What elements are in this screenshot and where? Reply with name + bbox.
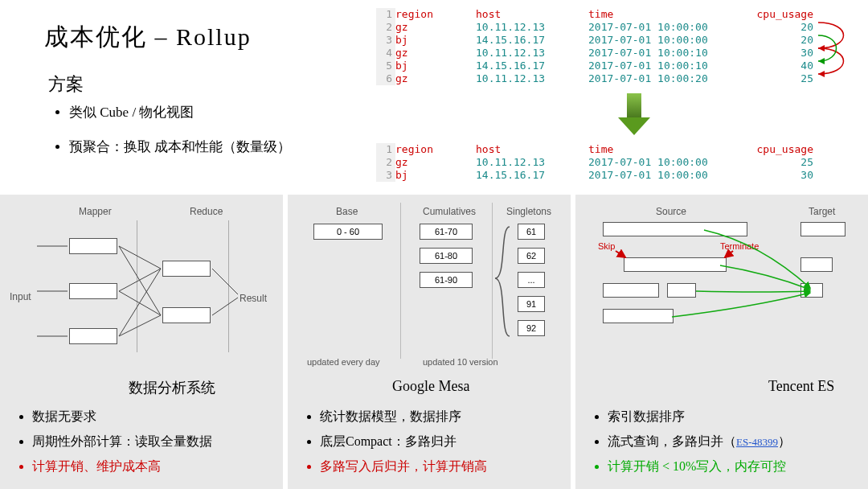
label-result: Result — [240, 293, 267, 304]
label-mapper: Mapper — [79, 206, 112, 217]
bullet-item: 多路写入后归并，计算开销高 — [320, 458, 563, 475]
label-base: Base — [336, 206, 358, 217]
panel-bullets: 统计数据模型，数据排序 底层Compact：多路归并 多路写入后归并，计算开销高 — [301, 409, 563, 483]
svg-line-12 — [212, 269, 238, 294]
svg-line-7 — [119, 246, 161, 315]
bullet-item: 流式查询，多路归并（ES-48399） — [608, 434, 860, 450]
top-bullets: 类似 Cube / 物化视图 预聚合：换取 成本和性能（数量级） — [55, 103, 291, 172]
data-table-after: 1regionhosttimecpu_usage 2gz10.11.12.132… — [376, 143, 813, 182]
panel-bullets: 数据无要求 周期性外部计算：读取全量数据 计算开销、维护成本高 — [13, 409, 275, 483]
bullet-item: 计算开销 < 10%写入，内存可控 — [608, 458, 860, 475]
bullet-item: 索引数据排序 — [608, 409, 860, 425]
label-input: Input — [10, 291, 31, 302]
panel-title: Google Mesa — [392, 378, 469, 395]
label-updated-daily: updated every day — [307, 357, 380, 367]
label-updated-10: updated 10 version — [423, 357, 498, 367]
merge-arrows-icon — [575, 195, 868, 355]
label-cumulatives: Cumulatives — [423, 206, 476, 217]
svg-marker-0 — [818, 45, 825, 51]
mapreduce-lines-icon — [0, 195, 283, 372]
bullet-item: 预聚合：换取 成本和性能（数量级） — [69, 138, 291, 156]
label-reduce: Reduce — [190, 206, 223, 217]
panel-data-analysis: Mapper Reduce Input Result 数据分析系统 数据无要求 … — [0, 195, 283, 489]
svg-line-10 — [119, 269, 161, 336]
panel-google-mesa: Base Cumulatives Singletons updated ever… — [288, 195, 571, 489]
svg-line-6 — [119, 246, 161, 269]
label-terminate: Terminate — [720, 241, 759, 251]
bullet-item: 底层Compact：多路归并 — [320, 434, 563, 450]
bullet-item: 类似 Cube / 物化视图 — [69, 103, 291, 121]
bullet-item: 统计数据模型，数据排序 — [320, 409, 563, 425]
es-link[interactable]: ES-48399 — [736, 436, 778, 448]
panel-title: Tencent ES — [768, 378, 834, 395]
panel-title: 数据分析系统 — [129, 378, 215, 397]
svg-line-8 — [119, 269, 161, 291]
svg-marker-1 — [818, 71, 825, 77]
panel-bullets: 索引数据排序 流式查询，多路归并（ES-48399） 计算开销 < 10%写入，… — [588, 409, 860, 483]
data-table-before: 1regionhosttimecpu_usage 2gz10.11.12.132… — [376, 8, 813, 85]
page-title: 成本优化 – Rollup — [44, 21, 252, 54]
bullet-item: 数据无要求 — [32, 409, 275, 425]
label-skip: Skip — [598, 241, 615, 251]
svg-line-9 — [119, 291, 161, 315]
label-target: Target — [809, 206, 835, 217]
label-source: Source — [656, 206, 686, 217]
svg-line-11 — [119, 315, 161, 336]
section-heading: 方案 — [48, 72, 84, 97]
label-singletons: Singletons — [506, 206, 551, 217]
bullet-item: 周期性外部计算：读取全量数据 — [32, 434, 275, 450]
svg-line-13 — [212, 298, 238, 315]
svg-marker-2 — [818, 58, 825, 64]
bullet-item: 计算开销、维护成本高 — [32, 458, 275, 475]
panel-tencent-es: Source Target Skip Terminate Tencent ES … — [575, 195, 868, 489]
